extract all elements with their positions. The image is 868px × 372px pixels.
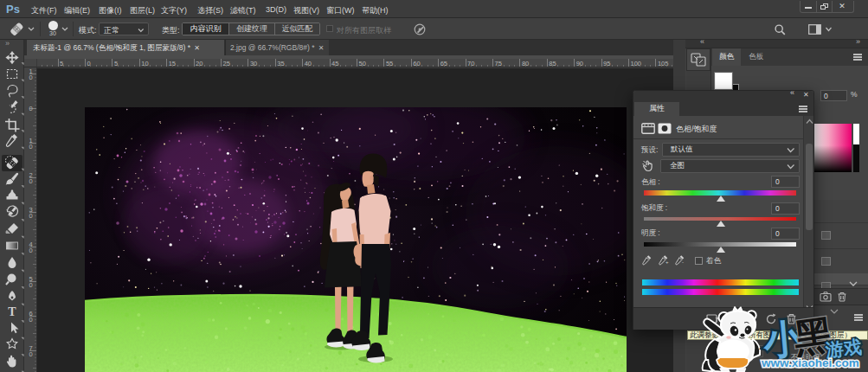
svg-text:-: - (682, 260, 684, 265)
svg-text:T: T (8, 305, 16, 318)
svg-text:+: + (665, 260, 669, 265)
svg-text:www.xiaohei.com: www.xiaohei.com (761, 356, 859, 369)
